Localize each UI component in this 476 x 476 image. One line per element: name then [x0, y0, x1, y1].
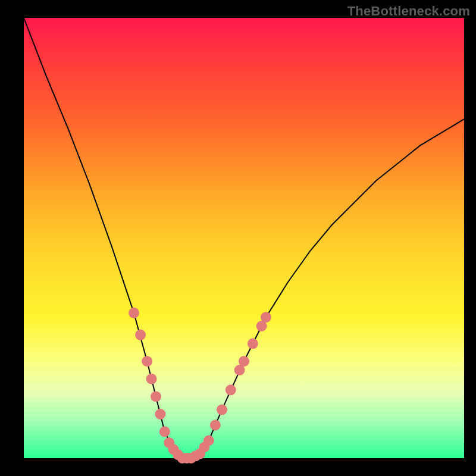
data-point-marker — [239, 356, 249, 367]
curve-svg — [24, 18, 464, 458]
data-point-marker — [155, 409, 165, 419]
data-point-marker — [142, 356, 152, 367]
data-point-marker — [129, 308, 139, 318]
curve-markers — [129, 308, 271, 464]
curve-line — [24, 18, 464, 458]
plot-area — [24, 18, 464, 458]
data-point-marker — [217, 405, 227, 415]
data-point-marker — [210, 420, 221, 431]
data-point-marker — [248, 339, 258, 349]
chart-frame: TheBottleneck.com — [0, 0, 476, 476]
watermark-text: TheBottleneck.com — [347, 4, 470, 19]
data-point-marker — [159, 427, 170, 437]
data-point-marker — [135, 330, 146, 340]
data-point-marker — [226, 384, 236, 395]
data-point-marker — [203, 435, 214, 446]
bottleneck-curve-path — [24, 18, 464, 458]
data-point-marker — [261, 312, 271, 322]
data-point-marker — [151, 391, 161, 402]
data-point-marker — [146, 374, 157, 384]
